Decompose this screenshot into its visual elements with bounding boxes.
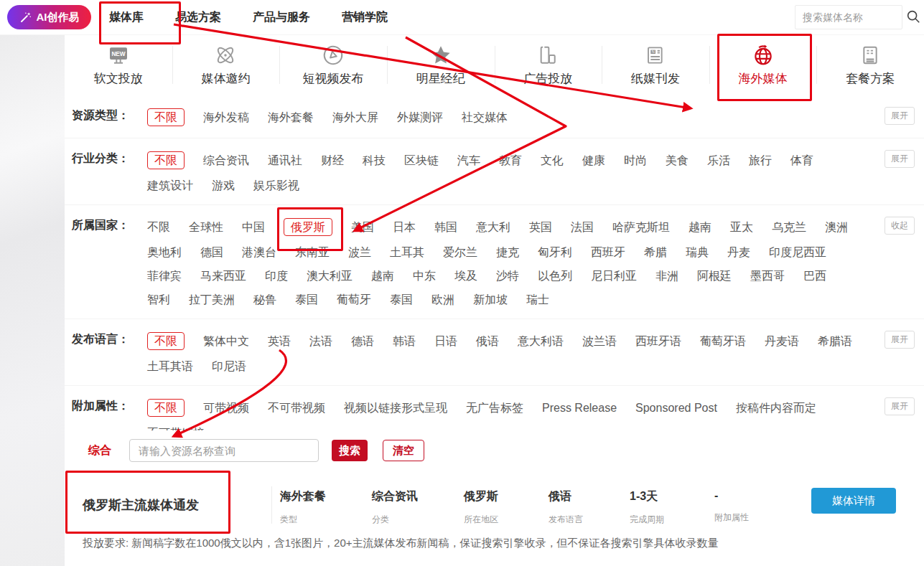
filter-extra-attr-option[interactable]: 可带视频	[203, 400, 249, 415]
filter-country-option[interactable]: 捷克	[496, 245, 519, 260]
filter-country-option[interactable]: 欧洲	[431, 292, 454, 307]
filter-resource-type-option[interactable]: 海外套餐	[268, 110, 314, 125]
filter-industry-option[interactable]: 乐活	[707, 153, 730, 168]
filter-industry-option[interactable]: 游戏	[212, 178, 235, 193]
filter-industry-option[interactable]: 汽车	[457, 153, 480, 168]
filter-country-option[interactable]: 非洲	[655, 268, 678, 283]
filter-toggle-industry[interactable]: 展开	[885, 150, 915, 168]
filter-country-option[interactable]: 印度	[265, 268, 288, 283]
service-ad-placement[interactable]: 广告投放	[495, 34, 602, 95]
filter-resource-type-option[interactable]: 不限	[147, 108, 185, 126]
filter-language-option[interactable]: 希腊语	[818, 334, 852, 349]
filter-country-option[interactable]: 瑞士	[526, 292, 549, 307]
search-icon[interactable]	[905, 9, 921, 24]
filter-industry-option[interactable]: 科技	[363, 153, 386, 168]
service-package-plan[interactable]: 套餐方案	[816, 34, 924, 95]
service-celebrity-agency[interactable]: 明星经纪	[387, 34, 495, 95]
filter-language-option[interactable]: 丹麦语	[765, 334, 799, 349]
filter-country-option[interactable]: 尼日利亚	[591, 268, 637, 283]
filter-extra-attr-option[interactable]: 无广告标签	[466, 400, 523, 415]
filter-country-option[interactable]: 中国	[242, 220, 265, 235]
filter-country-option[interactable]: 俄罗斯	[284, 218, 332, 236]
logo[interactable]: AI创作易	[7, 5, 91, 29]
filter-language-option[interactable]: 韩语	[393, 334, 416, 349]
nav-item-2[interactable]: 易选方案	[175, 10, 221, 25]
filter-industry-option[interactable]: 教育	[499, 153, 522, 168]
filter-language-option[interactable]: 德语	[351, 334, 374, 349]
filter-country-option[interactable]: 瑞典	[686, 245, 709, 260]
filter-country-option[interactable]: 葡萄牙	[337, 292, 371, 307]
filter-country-option[interactable]: 德国	[200, 245, 223, 260]
filter-country-option[interactable]: 乌克兰	[772, 220, 806, 235]
filter-resource-type-option[interactable]: 海外发稿	[203, 110, 249, 125]
filter-language-option[interactable]: 印尼语	[212, 359, 246, 374]
filter-country-option[interactable]: 泰国	[390, 292, 413, 307]
filter-country-option[interactable]: 阿根廷	[697, 268, 732, 283]
filter-country-option[interactable]: 越南	[689, 220, 711, 235]
filter-country-option[interactable]: 全球性	[189, 220, 223, 235]
service-short-video-publish[interactable]: 短视频发布	[279, 34, 387, 95]
filter-industry-option[interactable]: 旅行	[749, 153, 772, 168]
filter-country-option[interactable]: 埃及	[454, 268, 477, 283]
filter-toggle-resource-type[interactable]: 展开	[885, 107, 915, 125]
filter-language-option[interactable]: 土耳其语	[147, 359, 193, 374]
filter-industry-option[interactable]: 文化	[541, 153, 564, 168]
service-media-invite[interactable]: 媒体邀约	[172, 34, 280, 95]
filter-country-option[interactable]: 印度尼西亚	[769, 245, 826, 260]
filter-country-option[interactable]: 巴西	[803, 268, 826, 283]
filter-country-option[interactable]: 波兰	[348, 245, 371, 260]
filter-industry-option[interactable]: 建筑设计	[147, 178, 193, 193]
filter-industry-option[interactable]: 时尚	[624, 153, 647, 168]
filter-country-option[interactable]: 沙特	[496, 268, 519, 283]
search-button[interactable]: 搜索	[332, 440, 368, 461]
filter-extra-attr-option[interactable]: 按稿件内容而定	[736, 400, 816, 415]
filter-language-option[interactable]: 英语	[268, 334, 291, 349]
filter-resource-type-option[interactable]: 海外大屏	[332, 110, 378, 125]
filter-language-option[interactable]: 法语	[309, 334, 332, 349]
filter-country-option[interactable]: 墨西哥	[750, 268, 785, 283]
filter-industry-option[interactable]: 综合资讯	[203, 153, 249, 168]
filter-extra-attr-option[interactable]: Press Release	[542, 400, 617, 415]
clear-button[interactable]: 清空	[383, 440, 424, 461]
filter-country-option[interactable]: 韩国	[434, 220, 457, 235]
filter-country-option[interactable]: 土耳其	[390, 245, 424, 260]
filter-country-option[interactable]: 中东	[413, 268, 436, 283]
filter-country-option[interactable]: 日本	[393, 220, 416, 235]
filter-country-option[interactable]: 丹麦	[727, 245, 750, 260]
filter-extra-attr-option[interactable]: 不可带视频	[268, 400, 325, 415]
filter-resource-type-option[interactable]: 社交媒体	[462, 110, 508, 125]
filter-language-option[interactable]: 波兰语	[582, 334, 617, 349]
filter-industry-option[interactable]: 不限	[147, 151, 185, 169]
filter-extra-attr-option[interactable]: Sponsored Post	[635, 400, 717, 415]
service-soft-article-publish[interactable]: NEW软文投放	[65, 34, 172, 95]
resource-name-input[interactable]	[129, 439, 319, 462]
nav-item-1[interactable]: 媒体库	[109, 10, 144, 25]
filter-industry-option[interactable]: 通讯社	[268, 153, 302, 168]
filter-country-option[interactable]: 哈萨克斯坦	[612, 220, 670, 235]
filter-country-option[interactable]: 以色列	[538, 268, 572, 283]
filter-country-option[interactable]: 越南	[371, 268, 394, 283]
filter-country-option[interactable]: 泰国	[295, 292, 318, 307]
filter-language-option[interactable]: 西班牙语	[635, 334, 681, 349]
filter-country-option[interactable]: 西班牙	[591, 245, 625, 260]
filter-country-option[interactable]: 意大利	[476, 220, 510, 235]
filter-toggle-country[interactable]: 收起	[885, 217, 915, 235]
filter-toggle-language[interactable]: 展开	[885, 331, 915, 349]
filter-country-option[interactable]: 马来西亚	[200, 268, 246, 283]
filter-toggle-extra-attr[interactable]: 展开	[885, 397, 915, 415]
filter-resource-type-option[interactable]: 外媒测评	[397, 110, 443, 125]
filter-extra-attr-option[interactable]: 视频以链接形式呈现	[344, 400, 447, 415]
filter-country-option[interactable]: 法国	[571, 220, 594, 235]
filter-country-option[interactable]: 秘鲁	[253, 292, 276, 307]
service-overseas-media[interactable]: 海外媒体	[709, 34, 817, 95]
nav-item-3[interactable]: 产品与服务	[253, 10, 310, 25]
filter-country-option[interactable]: 不限	[147, 220, 170, 235]
filter-country-option[interactable]: 奥地利	[147, 245, 182, 260]
filter-industry-option[interactable]: 美食	[666, 153, 689, 168]
filter-language-option[interactable]: 葡萄牙语	[700, 334, 746, 349]
filter-language-option[interactable]: 日语	[434, 334, 457, 349]
nav-item-4[interactable]: 营销学院	[342, 10, 388, 25]
filter-country-option[interactable]: 匈牙利	[538, 245, 572, 260]
filter-country-option[interactable]: 澳大利亚	[307, 268, 353, 283]
service-print-media[interactable]: N纸媒刊发	[602, 34, 709, 95]
